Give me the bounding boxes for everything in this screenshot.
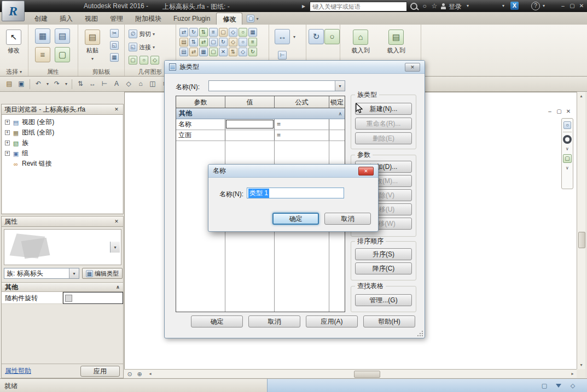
table-row-elevation[interactable]: 立面 = [176,130,345,141]
redo-caret-icon[interactable] [63,79,69,90]
modify-tool-icon[interactable] [199,38,208,46]
properties-palette-icon[interactable] [35,28,50,44]
design-options-icon[interactable] [540,381,549,390]
properties-filter-caret-icon[interactable] [69,268,79,278]
tree-item-views[interactable]: 视图 (全部) [3,117,121,127]
application-menu-button[interactable]: R [2,1,25,21]
apply-button[interactable]: 应用 [80,366,120,377]
rename-type-button[interactable]: 重命名(R)... [355,118,412,130]
zoom-region-icon[interactable] [563,154,572,163]
expand-icon[interactable] [5,151,10,156]
redo-icon[interactable] [51,79,62,90]
view-minimize-icon[interactable] [545,108,554,115]
copy-to-clipboard-icon[interactable] [110,41,119,50]
help-icon[interactable] [531,2,540,10]
geometry-tool-icon[interactable] [140,56,148,65]
modify-tool-icon[interactable] [229,38,237,46]
type-name-combo[interactable] [208,80,345,91]
properties-filter-combo[interactable]: 族: 标高标头 [4,268,79,279]
wheel-caret-icon[interactable] [566,147,569,151]
tab-addins[interactable]: 附加模块 [129,13,167,25]
full-navigation-wheel-icon[interactable] [563,121,571,129]
infocenter-caret-icon[interactable] [501,2,506,10]
name-ok-button[interactable]: 确定 [272,213,319,225]
modify-tool-icon[interactable] [248,48,257,56]
value-cell[interactable] [225,119,275,130]
rotate-with-component-checkbox[interactable] [65,295,72,302]
modify-tool-icon[interactable] [219,48,228,56]
help-caret-icon[interactable] [541,2,547,10]
favorites-star-icon[interactable] [430,2,439,10]
paste-button[interactable]: 粘贴 [81,26,104,66]
geometry-tool-icon[interactable] [150,56,159,65]
lock-cell[interactable] [329,119,345,130]
window-maximize-icon[interactable] [568,1,577,10]
window-close-icon[interactable] [577,1,586,10]
vertical-scrollbar[interactable] [577,92,585,369]
family-category-icon[interactable] [55,28,70,44]
cut-to-clipboard-icon[interactable] [110,29,119,38]
table-group-other[interactable]: 其他 [176,108,345,119]
window-minimize-icon[interactable] [559,1,567,10]
select-toggle-icon[interactable] [568,381,577,390]
modify-tool-icon[interactable] [248,38,257,46]
measure-icon[interactable] [275,29,290,44]
match-type-icon[interactable] [110,53,119,62]
measure-caret-icon[interactable] [293,34,295,39]
cancel-button[interactable]: 取消 [248,315,300,327]
measure-icon[interactable] [87,79,98,90]
modify-tool-icon[interactable] [179,48,188,56]
communication-center-icon[interactable] [420,2,429,10]
modify-tool-icon[interactable] [239,48,247,56]
filter-icon[interactable] [554,381,563,390]
tab-manage[interactable]: 管理 [104,13,129,25]
name-dialog-titlebar[interactable]: 名称 [208,165,378,178]
properties-group-other[interactable]: 其他 [2,282,123,292]
user-icon[interactable] [441,3,446,9]
steering-wheel-icon[interactable] [125,370,134,378]
apply-button[interactable]: 应用(A) [306,315,358,327]
tree-item-sheets[interactable]: 图纸 (全部) [3,127,121,138]
tab-view[interactable]: 视图 [79,13,104,25]
name-input[interactable]: 类型 1 [247,188,344,198]
dialog-resize-grip[interactable] [417,331,423,336]
tab-fuzor-plugin[interactable]: Fuzor Plugin [167,13,216,25]
modify-tool-icon[interactable] [239,28,247,37]
type-selector-preview[interactable] [4,229,121,265]
aligned-dimension-icon[interactable] [278,51,287,60]
scroll-right-icon[interactable] [568,370,577,378]
text-icon[interactable] [111,79,122,90]
value-cell[interactable] [225,130,275,141]
view-restore-icon[interactable] [555,108,563,115]
ribbon-display-toggle[interactable] [247,13,258,25]
aligned-dimension-icon[interactable] [99,79,110,90]
scroll-left-icon[interactable] [146,370,154,378]
properties-header[interactable]: 属性 [2,217,123,227]
save-icon[interactable] [16,79,27,90]
family-types-close-button[interactable] [405,63,420,72]
property-value-cell[interactable] [63,292,123,304]
modify-tool-icon[interactable] [189,28,198,37]
scroll-up-icon[interactable] [577,92,585,100]
group-collapse-icon[interactable] [338,111,342,116]
expand-icon[interactable] [5,141,10,145]
sign-in-caret-icon[interactable] [465,2,470,10]
tag-icon[interactable] [123,79,134,90]
modify-tool-icon[interactable] [189,38,198,46]
qat-expand-icon[interactable] [300,2,307,10]
sign-in-button[interactable]: 登录 [449,2,462,11]
formula-cell[interactable]: = [275,119,329,130]
modify-tool-button[interactable]: 修改 [2,26,26,66]
manage-lookup-tables-button[interactable]: 管理...(G) [355,294,412,306]
sync-icon[interactable] [75,79,86,90]
modify-tool-icon[interactable] [209,38,218,46]
edit-type-button[interactable]: 编辑类型 [82,268,123,279]
table-row-name[interactable]: 名称 = [176,119,345,130]
sort-ascending-button[interactable]: 升序(S) [355,248,412,260]
undo-caret-icon[interactable] [45,79,50,90]
tab-modify[interactable]: 修改 [216,13,242,25]
delete-type-button[interactable]: 删除(E) [355,132,412,144]
modify-tool-icon[interactable] [229,48,237,56]
family-types-icon[interactable] [35,47,50,62]
modify-tool-icon[interactable] [199,48,208,56]
